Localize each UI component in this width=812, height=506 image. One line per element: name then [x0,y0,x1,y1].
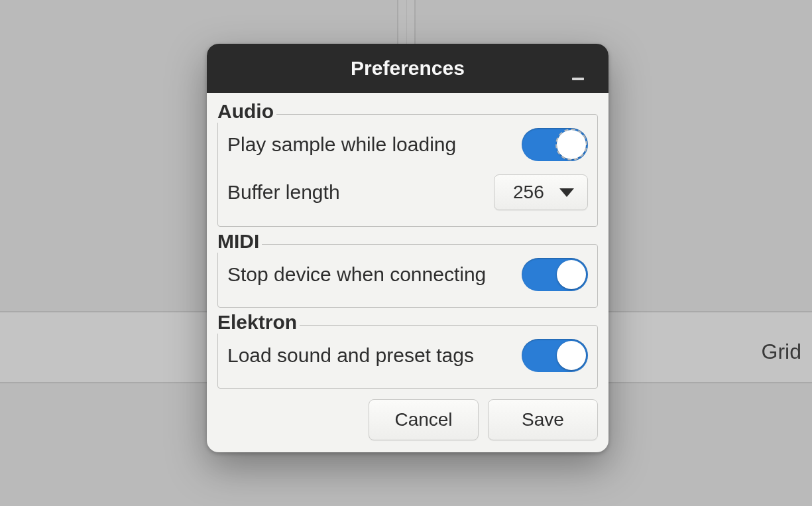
stop-device-label: Stop device when connecting [227,263,486,286]
buffer-length-row: Buffer length 256 [227,168,588,217]
stop-device-toggle[interactable] [522,258,588,291]
play-sample-label: Play sample while loading [227,133,456,156]
chevron-down-icon [559,188,574,197]
audio-section: Audio Play sample while loading Buffer l… [217,114,598,227]
minimize-button[interactable] [566,64,590,88]
grid-label: Grid [762,340,801,364]
play-sample-toggle[interactable] [522,128,588,161]
dialog-button-row: Cancel Save [217,389,598,440]
buffer-length-label: Buffer length [227,181,340,204]
stop-device-row: Stop device when connecting [227,251,588,298]
load-tags-toggle[interactable] [522,339,588,372]
toggle-knob [557,260,586,289]
dialog-body: Audio Play sample while loading Buffer l… [207,93,609,452]
buffer-length-value: 256 [513,182,544,203]
play-sample-row: Play sample while loading [227,121,588,168]
audio-legend: Audio [217,100,276,123]
toggle-knob [557,130,586,159]
midi-legend: MIDI [217,230,262,253]
toggle-knob [557,341,586,370]
elektron-section: Elektron Load sound and preset tags [217,325,598,389]
cancel-button[interactable]: Cancel [369,399,479,440]
elektron-legend: Elektron [217,311,300,334]
load-tags-label: Load sound and preset tags [227,344,474,367]
midi-section: MIDI Stop device when connecting [217,244,598,308]
load-tags-row: Load sound and preset tags [227,332,588,379]
preferences-dialog: Preferences Audio Play sample while load… [207,44,609,452]
save-button[interactable]: Save [488,399,598,440]
minimize-icon [572,78,584,80]
buffer-length-dropdown[interactable]: 256 [494,174,588,210]
dialog-titlebar: Preferences [207,44,609,93]
dialog-title: Preferences [351,57,465,80]
